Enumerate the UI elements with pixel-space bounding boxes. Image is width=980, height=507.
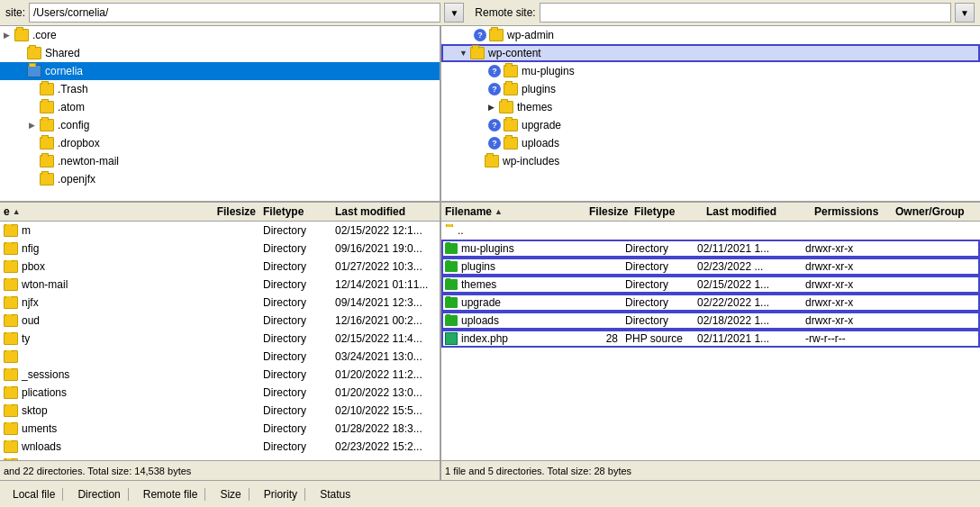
col-header-filesize[interactable]: Filesize: [196, 205, 259, 218]
file-row[interactable]: _sessions Directory 01/20/2022 11:2...: [0, 366, 440, 384]
top-bar: site: ▼ Remote site: ▼: [0, 0, 980, 26]
file-name-cell: plications: [0, 386, 196, 399]
remote-site-dropdown-btn[interactable]: ▼: [955, 3, 975, 23]
tree-item-label: .newton-mail: [58, 155, 119, 167]
file-name-label: wton-mail: [22, 278, 68, 291]
remote-col-ownergroup-label: Owner/Group: [895, 205, 965, 218]
file-row[interactable]: oud Directory 12/16/2021 00:2...: [0, 312, 440, 330]
file-type-cell: Directory: [259, 260, 331, 273]
remote-tree[interactable]: ? wp-admin ▼ wp-content ? mu-plugins: [441, 26, 980, 202]
chevron-icon: ▼: [459, 49, 470, 58]
remote-col-header-permissions[interactable]: Permissions: [811, 205, 892, 218]
folder-icon: [40, 137, 54, 149]
tree-item-label: cornelia: [45, 65, 83, 77]
remote-col-header-filename[interactable]: Filename ▲: [441, 205, 585, 218]
file-name-label: uments: [22, 422, 57, 435]
remote-name-cell: ..: [441, 224, 585, 237]
col-header-filetype[interactable]: Filetype: [259, 205, 331, 218]
file-row[interactable]: nfig Directory 09/16/2021 19:0...: [0, 240, 440, 258]
file-type-cell: Directory: [259, 368, 331, 381]
remote-file-row-uploads[interactable]: uploads Directory 02/18/2022 1... drwxr-…: [441, 312, 980, 330]
queue-local-file: Local file: [5, 488, 63, 501]
remote-col-header-filetype[interactable]: Filetype: [631, 205, 703, 218]
file-modified-cell: 01/27/2022 10:3...: [331, 260, 440, 273]
file-modified-cell: 02/15/2022 11:4...: [331, 332, 440, 345]
remote-tree-item-wp-content[interactable]: ▼ wp-content: [441, 44, 980, 62]
tree-item-trash[interactable]: .Trash: [0, 80, 440, 98]
file-name-cell: pbox: [0, 260, 196, 273]
remote-col-permissions-label: Permissions: [814, 205, 878, 218]
question-icon: ?: [474, 29, 486, 41]
queue-priority: Priority: [257, 488, 305, 501]
remote-file-row-upgrade[interactable]: upgrade Directory 02/22/2022 1... drwxr-…: [441, 294, 980, 312]
tree-item-shared[interactable]: Shared: [0, 44, 440, 62]
chevron-icon: ▶: [29, 121, 40, 130]
remote-tree-item-label: mu-plugins: [522, 65, 575, 77]
local-site-input[interactable]: [29, 3, 440, 23]
remote-perms-cell: drwxr-xr-x: [802, 260, 883, 273]
tree-item-atom[interactable]: .atom: [0, 98, 440, 116]
tree-item-newton-mail[interactable]: .newton-mail: [0, 152, 440, 170]
remote-col-header-ownergroup[interactable]: Owner/Group: [892, 205, 980, 218]
queue-status: Status: [313, 488, 358, 501]
remote-tree-item-upgrade[interactable]: ? upgrade: [441, 116, 980, 134]
tree-item-core[interactable]: ▶ .core: [0, 26, 440, 44]
local-panel-status: and 22 directories. Total size: 14,538 b…: [0, 460, 440, 480]
remote-file-row-themes[interactable]: themes Directory 02/15/2022 1... drwxr-x…: [441, 276, 980, 294]
folder-icon: [14, 29, 29, 41]
file-row[interactable]: Directory 03/24/2021 13:0...: [0, 348, 440, 366]
file-row[interactable]: ty Directory 02/15/2022 11:4...: [0, 330, 440, 348]
remote-tree-item-themes[interactable]: ▶ themes: [441, 98, 980, 116]
remote-type-cell: Directory: [622, 242, 694, 255]
remote-tree-item-plugins[interactable]: ? plugins: [441, 80, 980, 98]
remote-file-list[interactable]: .. mu-plugins Directory 02/11: [441, 222, 980, 460]
remote-panel-status: 1 file and 5 directories. Total size: 28…: [441, 460, 980, 480]
remote-site-input[interactable]: [540, 3, 951, 23]
file-modified-cell: 09/16/2021 19:0...: [331, 242, 440, 255]
local-file-label: Local file: [13, 488, 55, 501]
remote-type-cell: Directory: [622, 296, 694, 309]
tree-item-label: .openjfx: [58, 173, 95, 186]
remote-file-row-plugins[interactable]: plugins Directory 02/23/2022 ... drwxr-x…: [441, 258, 980, 276]
remote-modified-cell: 02/15/2022 1...: [694, 278, 802, 291]
file-row[interactable]: pbox Directory 01/27/2022 10:3...: [0, 258, 440, 276]
remote-tree-item-uploads[interactable]: ? uploads: [441, 134, 980, 152]
remote-perms-cell: drwxr-xr-x: [802, 314, 883, 327]
col-header-modified[interactable]: Last modified: [331, 205, 440, 218]
remote-tree-item-label: themes: [517, 101, 552, 113]
remote-file-row-mu-plugins[interactable]: mu-plugins Directory 02/11/2021 1... drw…: [441, 240, 980, 258]
file-row[interactable]: plications Directory 01/20/2022 13:0...: [0, 384, 440, 402]
local-tree[interactable]: ▶ .core Shared cornelia .Tras: [0, 26, 440, 202]
remote-file-row-parent[interactable]: ..: [441, 222, 980, 240]
file-row[interactable]: wton-mail Directory 12/14/2021 01:11...: [0, 276, 440, 294]
remote-file-row-index-php[interactable]: index.php 28 PHP source 02/11/2021 1... …: [441, 330, 980, 348]
file-row[interactable]: uments Directory 01/28/2022 18:3...: [0, 420, 440, 438]
folder-icon: [40, 173, 54, 186]
file-row[interactable]: wnloads Directory 02/23/2022 15:2...: [0, 438, 440, 456]
tree-item-openjfx[interactable]: .openjfx: [0, 170, 440, 188]
remote-col-header-modified[interactable]: Last modified: [703, 205, 811, 218]
local-site-dropdown-btn[interactable]: ▼: [444, 3, 464, 23]
local-file-list[interactable]: m Directory 02/15/2022 12:1... nfig Dire…: [0, 222, 440, 460]
remote-col-filesize-label: Filesize: [589, 205, 628, 218]
folder-icon: [445, 261, 458, 272]
remote-col-header-filesize[interactable]: Filesize: [585, 205, 631, 218]
file-row[interactable]: sktop Directory 02/10/2022 15:5...: [0, 402, 440, 420]
file-row[interactable]: njfx Directory 09/14/2021 12:3...: [0, 294, 440, 312]
tree-item-cornelia[interactable]: cornelia: [0, 62, 440, 80]
remote-tree-item-wp-admin[interactable]: ? wp-admin: [441, 26, 980, 44]
tree-item-config[interactable]: ▶ .config: [0, 116, 440, 134]
file-type-cell: Directory: [259, 422, 331, 435]
file-name-label: plications: [22, 386, 67, 399]
folder-icon: [489, 29, 504, 41]
tree-item-label: .atom: [58, 101, 85, 113]
folder-icon: [445, 243, 458, 254]
tree-item-dropbox[interactable]: .dropbox: [0, 134, 440, 152]
folder-icon: [4, 458, 18, 460]
content-area: ▶ .core Shared cornelia .Tras: [0, 26, 980, 480]
remote-perms-cell: drwxr-xr-x: [802, 278, 883, 291]
remote-tree-item-mu-plugins[interactable]: ? mu-plugins: [441, 62, 980, 80]
col-header-name[interactable]: e ▲: [0, 205, 196, 218]
remote-tree-item-wp-includes[interactable]: wp-includes: [441, 152, 980, 170]
file-row[interactable]: m Directory 02/15/2022 12:1...: [0, 222, 440, 240]
